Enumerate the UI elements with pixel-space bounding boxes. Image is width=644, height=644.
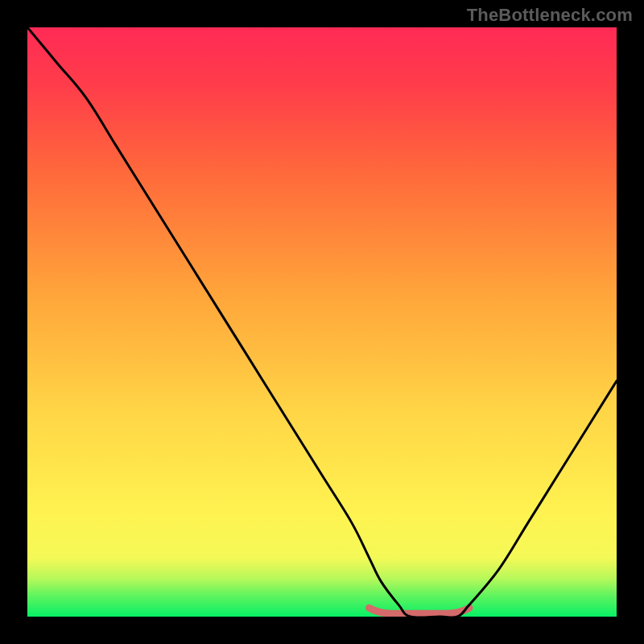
- chart-frame: TheBottleneck.com: [0, 0, 644, 644]
- watermark-text: TheBottleneck.com: [467, 5, 633, 26]
- chart-background: [27, 27, 617, 617]
- bottleneck-chart: [0, 0, 644, 644]
